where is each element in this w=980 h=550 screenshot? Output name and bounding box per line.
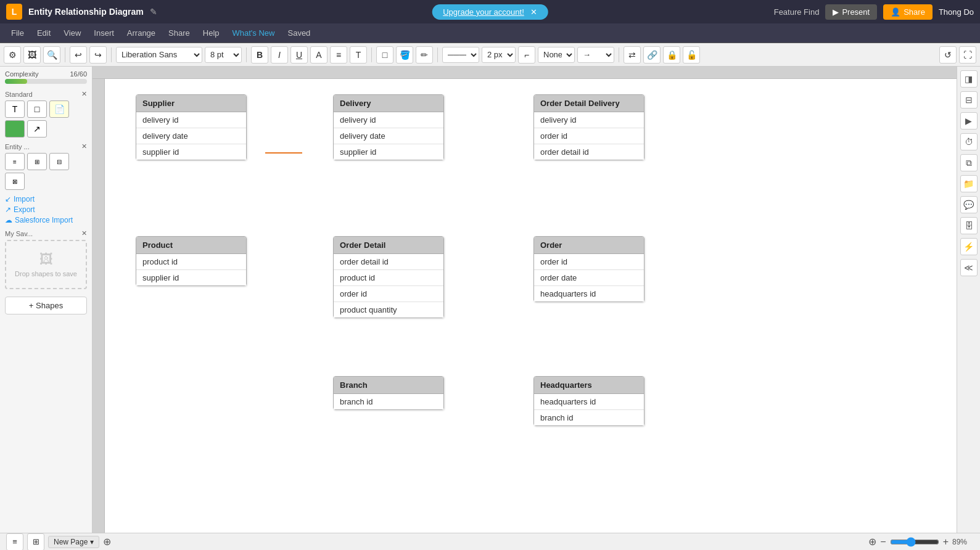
table-row[interactable]: product id	[136, 254, 246, 270]
table-row[interactable]: branch id	[334, 394, 443, 409]
layers-panel-btn[interactable]: ⧉	[960, 154, 978, 171]
connection-start-select[interactable]: None	[538, 47, 575, 63]
shapes-button[interactable]: + Shapes	[5, 297, 87, 314]
entity-shape-4[interactable]: ⊠	[5, 173, 25, 190]
export-link[interactable]: ↗ Export	[5, 205, 87, 214]
fullscreen-button[interactable]: ⛶	[959, 46, 976, 64]
present-button[interactable]: ▶ Present	[825, 4, 877, 20]
table-row[interactable]: delivery id	[534, 112, 644, 128]
table-row[interactable]: supplier id	[334, 144, 443, 160]
text-shape[interactable]: T	[5, 101, 25, 118]
zoom-in-button[interactable]: +	[943, 536, 949, 548]
waypoint-button[interactable]: ⌐	[518, 46, 535, 64]
entity-close[interactable]: ✕	[81, 142, 87, 150]
search-icon[interactable]: 🔍	[43, 46, 60, 64]
edit-icon[interactable]: ✎	[150, 7, 157, 17]
table-row[interactable]: product quantity	[334, 302, 443, 318]
redo-button[interactable]: ↪	[89, 46, 107, 64]
zoom-slider[interactable]	[890, 537, 939, 547]
table-supplier[interactable]: Supplierdelivery iddelivery datesupplier…	[136, 94, 247, 160]
line-color-button[interactable]: ✏	[416, 46, 433, 64]
italic-button[interactable]: I	[271, 46, 288, 64]
line-width-select[interactable]: 2 px	[482, 47, 516, 63]
table-row[interactable]: branch id	[534, 410, 644, 425]
table-panel-btn[interactable]: ⊟	[960, 91, 978, 109]
feature-find-label[interactable]: Feature Find	[774, 7, 820, 17]
font-size-select[interactable]: 8 pt	[205, 47, 242, 63]
table-product[interactable]: Productproduct idsupplier id	[136, 236, 247, 286]
table-row[interactable]: supplier id	[136, 270, 246, 285]
zoom-out-button[interactable]: −	[880, 536, 886, 548]
entity-shape-2[interactable]: ⊞	[27, 153, 47, 170]
comment-panel-btn[interactable]: 💬	[960, 196, 978, 213]
menu-whatsnew[interactable]: What's New	[228, 26, 280, 40]
table-row[interactable]: headquarters id	[534, 394, 644, 410]
table-branch[interactable]: Branchbranch id	[333, 376, 444, 410]
share-button[interactable]: 👤 Share	[883, 4, 933, 20]
canvas-area[interactable]: ⋐ ⋐ ⋖ ⋐ ⋑ ⋎	[93, 67, 957, 533]
entity-shape-1[interactable]: ≡	[5, 153, 25, 170]
collapse-panel-btn[interactable]: ≪	[960, 259, 978, 276]
menu-edit[interactable]: Edit	[32, 26, 56, 40]
video-panel-btn[interactable]: ▶	[960, 112, 978, 129]
table-row[interactable]: delivery id	[334, 112, 443, 128]
table-headquarters[interactable]: Headquartersheadquarters idbranch id	[533, 376, 644, 426]
canvas-content[interactable]: ⋐ ⋐ ⋖ ⋐ ⋑ ⋎	[105, 79, 957, 533]
menu-help[interactable]: Help	[198, 26, 224, 40]
table-row[interactable]: headquarters id	[534, 286, 644, 302]
fit-zoom-button[interactable]: ⊕	[868, 536, 876, 548]
table-row[interactable]: delivery id	[136, 112, 246, 128]
clock-panel-btn[interactable]: ⏱	[960, 133, 978, 150]
table-row[interactable]: order detail id	[334, 254, 443, 270]
menu-arrange[interactable]: Arrange	[122, 26, 160, 40]
grid-view-btn[interactable]: ⊞	[27, 533, 44, 551]
lock-button[interactable]: 🔒	[663, 46, 680, 64]
line-style-select[interactable]: ─────	[442, 47, 479, 63]
table-row[interactable]: product id	[334, 270, 443, 286]
format-text-button[interactable]: T	[350, 46, 367, 64]
standard-close[interactable]: ✕	[81, 90, 87, 98]
table-order[interactable]: Orderorder idorder dateheadquarters id	[533, 236, 644, 302]
new-page-tab[interactable]: New Page ▾	[48, 536, 99, 548]
menu-insert[interactable]: Insert	[89, 26, 119, 40]
menu-share[interactable]: Share	[163, 26, 195, 40]
undo-button[interactable]: ↩	[70, 46, 87, 64]
entity-shape-3[interactable]: ⊟	[49, 153, 69, 170]
bold-button[interactable]: B	[251, 46, 268, 64]
table-row[interactable]: order id	[534, 254, 644, 270]
format-panel-btn[interactable]: ◨	[960, 70, 978, 88]
close-icon[interactable]: ✕	[530, 7, 537, 17]
link-button[interactable]: 🔗	[643, 46, 661, 64]
table-row[interactable]: supplier id	[136, 144, 246, 160]
table-row[interactable]: order id	[334, 286, 443, 302]
settings-icon[interactable]: ⚙	[4, 46, 21, 64]
image-icon[interactable]: 🖼	[23, 46, 41, 64]
table-order_detail_delivery[interactable]: Order Detail Deliverydelivery idorder id…	[533, 94, 644, 160]
menu-file[interactable]: File	[6, 26, 29, 40]
align-button[interactable]: ≡	[330, 46, 347, 64]
font-family-select[interactable]: Liberation Sans	[116, 47, 202, 63]
underline-button[interactable]: U	[290, 46, 308, 64]
insert-panel-btn[interactable]: 📁	[960, 175, 978, 192]
mysaved-close[interactable]: ✕	[81, 229, 87, 237]
rect-shape[interactable]: □	[27, 101, 47, 118]
font-color-button[interactable]: A	[310, 46, 327, 64]
import-link[interactable]: ↙ Import	[5, 195, 87, 203]
db-panel-btn[interactable]: 🗄	[960, 217, 978, 234]
arrow-shape[interactable]: ↗	[27, 120, 47, 138]
rotate-button[interactable]: ↺	[939, 46, 957, 64]
list-view-btn[interactable]: ≡	[6, 533, 23, 551]
add-page-button[interactable]: ⊕	[103, 536, 111, 548]
reverse-button[interactable]: ⇄	[624, 46, 641, 64]
table-row[interactable]: delivery date	[136, 128, 246, 144]
table-delivery[interactable]: Deliverydelivery iddelivery datesupplier…	[333, 94, 444, 160]
note-shape[interactable]: 📄	[49, 101, 69, 118]
fill-button[interactable]: 🪣	[396, 46, 413, 64]
salesforce-link[interactable]: ☁ Salesforce Import	[5, 216, 87, 224]
table-row[interactable]: order date	[534, 270, 644, 286]
upgrade-link[interactable]: Upgrade your account!	[443, 7, 524, 17]
table-row[interactable]: order id	[534, 128, 644, 144]
shape-button[interactable]: □	[376, 46, 393, 64]
lock2-button[interactable]: 🔓	[683, 46, 700, 64]
table-row[interactable]: order detail id	[534, 144, 644, 160]
